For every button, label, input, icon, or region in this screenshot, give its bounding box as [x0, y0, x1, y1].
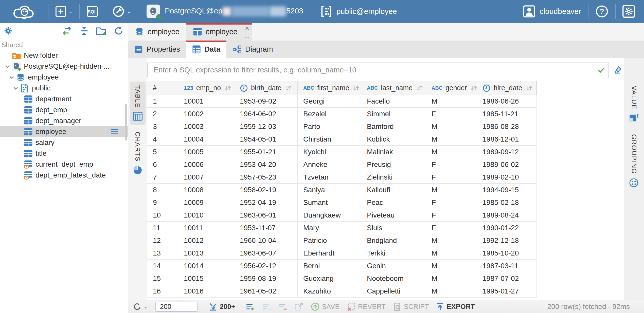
cell-hire_date[interactable]: 1990-01-22: [477, 222, 536, 234]
sort-icon[interactable]: [525, 84, 533, 92]
cell-gender[interactable]: F: [426, 108, 477, 120]
cell-first_name[interactable]: Kyoichi: [298, 146, 361, 158]
cell-rownum[interactable]: 12: [147, 234, 178, 247]
cell-last_name[interactable]: Kalloufi: [361, 184, 426, 196]
cell-first_name[interactable]: Sumant: [298, 196, 361, 209]
connection-selector[interactable]: PostgreSQL@ep5203: [138, 0, 312, 23]
cell-first_name[interactable]: Anneke: [298, 158, 361, 171]
cell-gender[interactable]: F: [426, 209, 477, 221]
cell-gender[interactable]: F: [426, 196, 477, 209]
cell-rownum[interactable]: 11: [147, 222, 178, 234]
fetch-size-input[interactable]: [155, 302, 198, 312]
cell-emp_no[interactable]: 10012: [178, 234, 234, 247]
cell-last_name[interactable]: Koblick: [361, 133, 426, 145]
tree-item-dept-emp-latest-date[interactable]: dept_emp_latest_date: [0, 170, 128, 181]
cell-hire_date[interactable]: 1992-12-18: [477, 234, 536, 247]
cell-birth_date[interactable]: 1963-06-07: [234, 247, 298, 259]
cell-gender[interactable]: F: [426, 158, 477, 171]
cell-gender[interactable]: F: [426, 171, 477, 183]
tree-item-employee[interactable]: employee: [0, 72, 128, 83]
cell-last_name[interactable]: Terkki: [361, 247, 426, 259]
cell-emp_no[interactable]: 10014: [178, 260, 234, 272]
cell-emp_no[interactable]: 10002: [178, 108, 234, 120]
add-row-button[interactable]: [245, 302, 255, 311]
cell-hire_date[interactable]: 1986-06-26: [477, 95, 536, 107]
tree-item-dept-emp[interactable]: dept_emp: [0, 104, 128, 115]
cell-gender[interactable]: M: [426, 247, 477, 259]
cell-emp_no[interactable]: 10008: [178, 184, 234, 196]
cell-emp_no[interactable]: 10005: [178, 146, 234, 158]
cell-first_name[interactable]: Berni: [298, 260, 361, 272]
tab-table-presentation[interactable]: TABLE: [130, 82, 146, 125]
cell-hire_date[interactable]: 1987-03-11: [477, 260, 536, 272]
tab-value-panel[interactable]: VALUE: [626, 82, 642, 127]
cell-rownum[interactable]: 8: [147, 184, 178, 196]
cell-rownum[interactable]: 2: [147, 108, 178, 120]
cell-first_name[interactable]: Tzvetan: [298, 171, 361, 183]
cell-birth_date[interactable]: 1959-12-03: [234, 120, 298, 133]
cell-last_name[interactable]: Peac: [361, 196, 426, 209]
tab-employee-database[interactable]: employee: [128, 23, 186, 41]
cell-emp_no[interactable]: 10011: [178, 222, 234, 234]
export-button[interactable]: EXPORT: [436, 302, 475, 311]
cell-emp_no[interactable]: 10010: [178, 209, 234, 221]
cell-rownum[interactable]: 16: [147, 285, 178, 297]
new-folder-icon[interactable]: [96, 26, 107, 36]
tree-item-department[interactable]: department: [0, 93, 128, 104]
cell-hire_date[interactable]: 1989-02-10: [477, 171, 536, 183]
cell-birth_date[interactable]: 1964-06-02: [234, 108, 298, 120]
save-button[interactable]: SAVE: [310, 302, 340, 311]
column-header-rownum[interactable]: #: [147, 81, 178, 95]
sidebar-scrollbar[interactable]: [125, 104, 127, 141]
cell-first_name[interactable]: Duangkaew: [298, 209, 361, 221]
column-header-first_name[interactable]: ABCfirst_name: [298, 81, 361, 95]
chevron-expanded-icon[interactable]: [11, 85, 20, 91]
cell-emp_no[interactable]: 10004: [178, 133, 234, 145]
cell-emp_no[interactable]: 10001: [178, 95, 234, 107]
settings-button[interactable]: [616, 0, 644, 23]
sql-filter-input[interactable]: [148, 66, 594, 74]
cell-birth_date[interactable]: 1959-08-19: [234, 272, 298, 285]
cell-birth_date[interactable]: 1956-02-12: [234, 260, 298, 272]
cell-hire_date[interactable]: 1986-12-01: [477, 133, 536, 145]
apply-filter-icon[interactable]: [594, 63, 609, 77]
cell-birth_date[interactable]: 1955-01-21: [234, 146, 298, 158]
cell-gender[interactable]: M: [426, 95, 477, 107]
tab-grouping-panel[interactable]: GROUPING: [626, 131, 642, 192]
tree-item-current-dept-emp[interactable]: current_dept_emp: [0, 159, 128, 170]
cell-hire_date[interactable]: 1985-02-18: [477, 196, 536, 209]
cell-rownum[interactable]: 13: [147, 247, 178, 259]
cell-birth_date[interactable]: 1953-11-07: [234, 222, 298, 234]
navigator-settings-icon[interactable]: [3, 26, 13, 36]
tab-data[interactable]: Data: [186, 41, 226, 58]
new-object-button[interactable]: ⌄: [48, 0, 79, 23]
close-icon[interactable]: ×: [245, 25, 249, 32]
cell-hire_date[interactable]: 1985-10-20: [477, 247, 536, 259]
cell-first_name[interactable]: Saniya: [298, 184, 361, 196]
cell-rownum[interactable]: 5: [147, 146, 178, 158]
refresh-icon[interactable]: [114, 26, 124, 36]
cell-rownum[interactable]: 4: [147, 133, 178, 145]
tab-employee-table[interactable]: employee × ...: [186, 23, 252, 41]
refresh-results-button[interactable]: ⌄: [132, 302, 148, 311]
tree-item-employee[interactable]: employee: [0, 126, 128, 137]
cell-gender[interactable]: M: [426, 234, 477, 247]
cell-last_name[interactable]: Preusig: [361, 158, 426, 171]
cell-birth_date[interactable]: 1963-06-01: [234, 209, 298, 221]
cell-emp_no[interactable]: 10015: [178, 272, 234, 285]
cell-last_name[interactable]: Piveteau: [361, 209, 426, 221]
sql-editor-button[interactable]: SQL: [80, 0, 105, 23]
sort-icon[interactable]: [284, 84, 292, 92]
cell-first_name[interactable]: Eberhardt: [298, 247, 361, 259]
cell-gender[interactable]: M: [426, 285, 477, 297]
cell-first_name[interactable]: Kazuhito: [298, 285, 361, 297]
cell-hire_date[interactable]: 1989-09-12: [477, 146, 536, 158]
cell-first_name[interactable]: Parto: [298, 120, 361, 133]
column-header-gender[interactable]: ABCgender: [426, 81, 477, 95]
cloudbeaver-logo[interactable]: [0, 0, 48, 23]
cell-gender[interactable]: F: [426, 222, 477, 234]
column-header-birth_date[interactable]: birth_date: [234, 81, 298, 95]
chevron-expanded-icon[interactable]: [3, 63, 12, 70]
cell-rownum[interactable]: 1: [147, 95, 178, 107]
sort-icon[interactable]: [224, 84, 231, 92]
